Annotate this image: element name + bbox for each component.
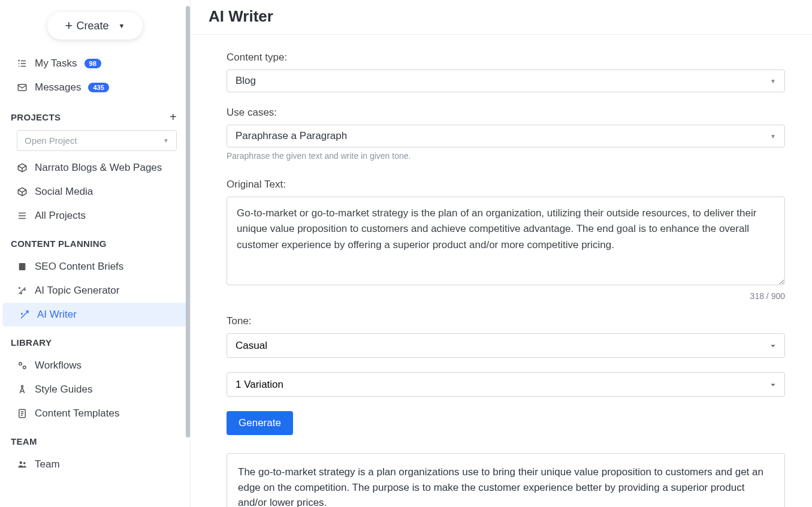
chevron-down-icon: ▼ [119,22,125,29]
sidebar-item-label: Social Media [35,186,93,198]
section-title: PROJECTS [11,112,61,122]
svg-point-10 [25,289,26,291]
sidebar-item-my-tasks[interactable]: My Tasks 98 [0,52,190,76]
page-title: AI Writer [191,0,812,35]
content-type-value: Blog [236,75,256,87]
chevron-down-icon: ▼ [770,78,776,84]
use-cases-label: Use cases: [227,107,785,119]
use-cases-select[interactable]: Paraphrase a Paragraph ▼ [227,125,785,147]
sidebar-item-content-templates[interactable]: Content Templates [0,402,190,425]
section-header-projects: PROJECTS + [0,99,190,130]
cube-icon [17,162,28,173]
checklist-icon [17,58,28,69]
sidebar-item-label: Style Guides [35,384,92,396]
add-project-icon[interactable]: + [170,110,177,124]
sidebar-item-ai-writer[interactable]: AI Writer [2,303,188,327]
sidebar-item-label: Narrato Blogs & Web Pages [35,162,162,174]
variation-select[interactable]: 1 Variation [227,372,785,397]
svg-point-15 [22,385,23,387]
sidebar-item-style-guides[interactable]: Style Guides [0,378,190,402]
tone-label: Tone: [227,315,785,327]
sidebar-item-label: AI Topic Generator [35,285,119,297]
sidebar-item-label: AI Writer [37,309,77,321]
generate-button[interactable]: Generate [227,411,293,435]
sidebar-item-messages[interactable]: Messages 435 [0,76,190,99]
menu-icon [17,210,28,221]
create-button[interactable]: + Create ▼ [47,12,143,40]
sidebar-item-label: Messages [35,82,81,93]
section-title: LIBRARY [11,337,52,348]
sidebar-item-label: Content Templates [35,408,119,420]
badge-count: 98 [84,59,101,68]
sidebar-item-workflows[interactable]: Workflows [0,354,190,378]
use-cases-helper: Paraphrase the given text and write in g… [227,151,785,161]
result-text: The go-to-market strategy is a plan orga… [238,464,774,507]
chevron-down-icon: ▼ [163,137,169,144]
note-icon [17,261,28,272]
magic-wand-icon [19,309,30,320]
sidebar: + Create ▼ My Tasks 98 Messages 435 PROJ… [0,0,191,507]
svg-point-14 [23,366,26,369]
svg-point-20 [20,461,23,464]
sidebar-item-narrato-blogs[interactable]: Narrato Blogs & Web Pages [0,156,190,180]
content-type-label: Content type: [227,52,785,64]
open-project-placeholder: Open Project [25,135,77,146]
section-header-content-planning: CONTENT PLANNING [0,228,190,255]
compass-icon [17,384,28,395]
cube-icon [17,186,28,197]
char-count: 318 / 900 [227,291,785,301]
use-cases-value: Paraphrase a Paragraph [236,130,347,142]
badge-count: 435 [88,83,108,92]
section-title: CONTENT PLANNING [11,239,107,249]
main-content: AI Writer Content type: Blog ▼ Use cases… [191,0,812,507]
svg-rect-8 [19,263,26,270]
document-icon [17,408,28,419]
svg-point-21 [23,462,26,464]
gears-icon [17,360,28,371]
result-box: The go-to-market strategy is a plan orga… [227,453,785,507]
svg-point-12 [22,313,23,315]
chevron-down-icon: ▼ [770,133,776,140]
original-text-input[interactable]: Go-to-market or go-to-market strategy is… [227,197,785,285]
sidebar-item-label: All Projects [35,210,86,222]
sidebar-item-label: My Tasks [35,58,77,70]
original-text-label: Original Text: [227,179,785,191]
open-project-select[interactable]: Open Project ▼ [17,130,177,151]
content-type-select[interactable]: Blog ▼ [227,70,785,92]
people-icon [17,459,28,470]
sidebar-item-ai-topic-generator[interactable]: AI Topic Generator [0,279,190,303]
section-title: TEAM [11,436,37,446]
sidebar-scrollbar[interactable] [185,0,190,507]
plus-icon: + [65,19,73,32]
svg-point-13 [19,363,22,366]
sidebar-item-team[interactable]: Team [0,452,190,476]
create-label: Create [76,20,108,32]
sidebar-item-social-media[interactable]: Social Media [0,180,190,204]
tone-select[interactable]: Casual [227,333,785,358]
sidebar-item-seo-briefs[interactable]: SEO Content Briefs [0,255,190,279]
svg-point-9 [19,288,20,289]
sidebar-item-label: Team [35,458,60,470]
svg-point-11 [21,293,22,294]
sidebar-item-label: Workflows [35,360,81,372]
sidebar-item-label: SEO Content Briefs [35,261,123,273]
section-header-library: LIBRARY [0,327,190,354]
envelope-icon [17,82,28,93]
sidebar-item-all-projects[interactable]: All Projects [0,204,190,228]
wand-sparkle-icon [17,285,28,296]
scrollbar-thumb[interactable] [186,6,190,437]
section-header-team: TEAM [0,425,190,452]
